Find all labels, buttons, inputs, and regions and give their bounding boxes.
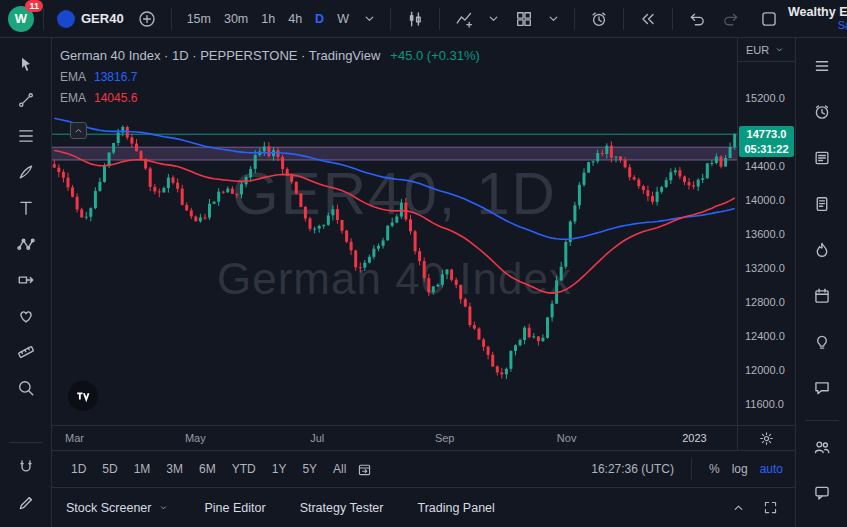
range-6m[interactable]: 6M: [192, 458, 223, 480]
tool-fib-icon[interactable]: [7, 118, 45, 154]
tool-brush-icon[interactable]: [7, 154, 45, 190]
community-icon[interactable]: [803, 427, 841, 467]
tool-pattern-icon[interactable]: [7, 226, 45, 262]
chevron-up-icon: [72, 124, 86, 138]
alerts-icon[interactable]: [803, 92, 841, 132]
news-icon[interactable]: [803, 138, 841, 178]
bottom-toolbar: 1D5D1M3M6MYTD1Y5YAll 16:27:36 (UTC) % lo…: [52, 450, 795, 487]
price-scale[interactable]: EUR 15200.014800.014400.014000.013600.01…: [737, 38, 795, 425]
time-label: 2023: [682, 432, 706, 444]
indicator-label[interactable]: EMA: [60, 70, 86, 84]
currency-selector[interactable]: EUR: [738, 38, 795, 62]
divider: [623, 8, 624, 30]
tab-strategy-tester[interactable]: Strategy Tester: [300, 501, 384, 515]
tool-pencil-icon[interactable]: [7, 485, 45, 521]
help-icon[interactable]: [803, 473, 841, 513]
panel-maximize-icon[interactable]: [759, 497, 781, 519]
range-5d[interactable]: 5D: [95, 458, 124, 480]
alert-icon[interactable]: [584, 4, 614, 34]
chart-style-icon[interactable]: [400, 4, 430, 34]
chart-plot[interactable]: GER40, 1D German 40 Index German 40 Inde…: [52, 38, 737, 425]
calendar-icon[interactable]: [803, 276, 841, 316]
tool-measure-icon[interactable]: [7, 334, 45, 370]
timeframe-4h[interactable]: 4h: [282, 8, 308, 30]
percent-scale-option[interactable]: %: [709, 462, 720, 476]
range-1d[interactable]: 1D: [64, 458, 93, 480]
ideas-icon[interactable]: [803, 322, 841, 362]
indicator-value: 13816.7: [94, 70, 137, 84]
indicators-icon[interactable]: [449, 4, 479, 34]
tool-magnet-icon[interactable]: [7, 449, 45, 485]
tab-stock-screener[interactable]: Stock Screener: [66, 501, 170, 515]
range-1m[interactable]: 1M: [127, 458, 158, 480]
indicator-list: EMA13816.7EMA14045.6: [60, 70, 480, 105]
scale-settings-icon[interactable]: [756, 427, 778, 449]
arrow-marker[interactable]: [70, 122, 87, 139]
account-block: Wealthy Edu Save: [788, 5, 847, 32]
timeframe-dropdown-icon[interactable]: [359, 8, 381, 30]
panel-open-icon[interactable]: [727, 497, 749, 519]
tool-forecast-icon[interactable]: [7, 262, 45, 298]
account-logo[interactable]: W 11: [8, 6, 34, 32]
currency-caret-icon: [772, 43, 786, 57]
tool-zoom-icon[interactable]: [7, 370, 45, 406]
timeframe-group: 15m30m1h4hDW: [181, 8, 355, 30]
time-label: Sep: [435, 432, 455, 444]
bar-countdown: 05:31:22: [739, 142, 794, 156]
divider: [691, 458, 692, 480]
tool-text-icon[interactable]: [7, 190, 45, 226]
layout-dropdown-icon[interactable]: [543, 8, 565, 30]
log-scale-option[interactable]: log: [732, 462, 748, 476]
price-tick: 12800.0: [745, 296, 785, 308]
save-layout-icon[interactable]: [754, 4, 784, 34]
tool-trendline-icon[interactable]: [7, 82, 45, 118]
tab-label: Pine Editor: [204, 501, 265, 515]
notes-icon[interactable]: [803, 184, 841, 224]
timeframe-1h[interactable]: 1h: [255, 8, 281, 30]
symbol-search-button[interactable]: GER40: [53, 8, 128, 30]
range-3m[interactable]: 3M: [159, 458, 190, 480]
tab-pine-editor[interactable]: Pine Editor: [204, 501, 265, 515]
tab-trading-panel[interactable]: Trading Panel: [417, 501, 494, 515]
divider: [9, 442, 43, 443]
tool-cursor-icon[interactable]: [7, 46, 45, 82]
goto-date-icon[interactable]: [353, 458, 375, 480]
undo-icon[interactable]: [682, 4, 712, 34]
watchlist-icon[interactable]: [803, 46, 841, 86]
price-tick: 13600.0: [745, 228, 785, 240]
save-link[interactable]: Save: [838, 19, 847, 32]
price-tick: 12400.0: [745, 330, 785, 342]
timeframe-15m[interactable]: 15m: [181, 8, 217, 30]
time-axis[interactable]: MarMayJulSepNov2023: [52, 425, 795, 450]
layout-grid-icon[interactable]: [509, 4, 539, 34]
indicator-label[interactable]: EMA: [60, 91, 86, 105]
redo-icon[interactable]: [716, 4, 746, 34]
account-logo-letter: W: [15, 11, 27, 26]
tool-emoji-icon[interactable]: [7, 298, 45, 334]
timeframe-30m[interactable]: 30m: [218, 8, 254, 30]
timeframe-W[interactable]: W: [331, 8, 355, 30]
auto-scale-option[interactable]: auto: [760, 462, 783, 476]
divider: [43, 8, 44, 30]
chat-icon[interactable]: [803, 368, 841, 408]
price-tick: 12000.0: [745, 364, 785, 376]
compare-add-icon[interactable]: [132, 4, 162, 34]
range-1y[interactable]: 1Y: [265, 458, 294, 480]
indicators-dropdown-icon[interactable]: [483, 8, 505, 30]
symbol-description[interactable]: German 40 Index · 1D · PEPPERSTONE · Tra…: [60, 48, 380, 63]
range-all[interactable]: All: [326, 458, 353, 480]
price-tick: 14400.0: [745, 160, 785, 172]
bar-replay-icon[interactable]: [633, 4, 663, 34]
range-5y[interactable]: 5Y: [295, 458, 324, 480]
hotlists-icon[interactable]: [803, 230, 841, 270]
divider: [439, 8, 440, 30]
price-tick: 14000.0: [745, 194, 785, 206]
range-ytd[interactable]: YTD: [225, 458, 263, 480]
bottom-panel: Stock ScreenerPine EditorStrategy Tester…: [52, 487, 795, 527]
server-clock[interactable]: 16:27:36 (UTC): [591, 462, 674, 476]
timeframe-D[interactable]: D: [309, 8, 330, 30]
account-name[interactable]: Wealthy Edu: [788, 5, 847, 19]
tradingview-logo[interactable]: [68, 381, 98, 411]
range-buttons: 1D5D1M3M6MYTD1Y5YAll: [64, 458, 353, 480]
symbol-name: GER40: [81, 11, 124, 26]
